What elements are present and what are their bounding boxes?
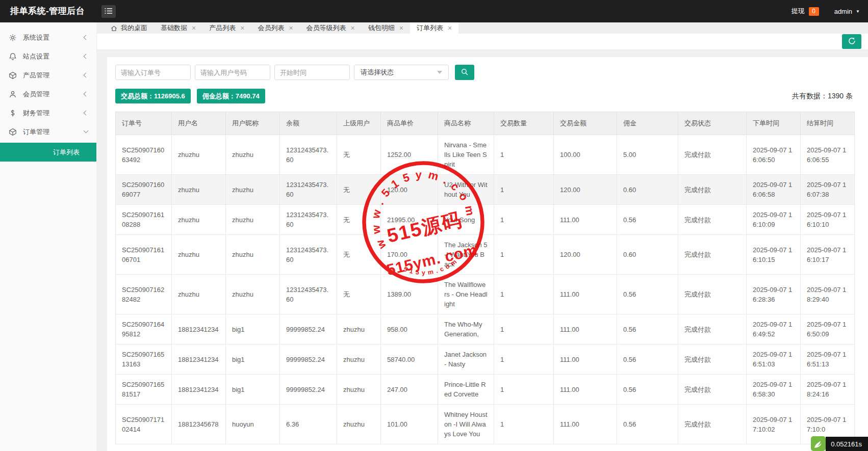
user-no-input[interactable] [195,65,270,80]
table-cell: zhuzhu [172,175,226,205]
sidebar-item-cube-2[interactable]: 产品管理 [0,66,96,85]
debug-trace-widget: 0.052161s [811,436,868,451]
table-cell: 无 [337,135,381,175]
table-cell: 完成付款 [678,175,747,205]
table-cell: 12312435473.60 [280,135,337,175]
table-cell: SC25090717102414 [116,405,172,444]
table-cell: 58740.00 [381,344,438,375]
chevron-left-icon [84,73,89,78]
column-header: 上级用户 [337,112,381,135]
column-header: 商品单价 [381,112,438,135]
filter-row: 请选择状态 [115,65,860,80]
close-icon[interactable]: × [192,24,196,32]
sidebar-item-cube-5[interactable]: 订单管理 [0,122,96,141]
table-cell: 18812341234 [172,344,226,375]
status-select[interactable]: 请选择状态 [354,65,449,80]
thinkphp-logo-icon[interactable] [811,436,826,451]
tab-6[interactable]: 订单列表× [410,22,458,34]
sidebar-item-bell-1[interactable]: 站点设置 [0,47,96,66]
table-cell: zhuzhu [226,235,280,275]
tab-0[interactable]: 我的桌面 [104,22,154,34]
table-cell: SC25090716063492 [116,135,172,175]
sidebar-subitem-order-list[interactable]: 订单列表 [0,143,96,162]
table-cell: zhuzhu [226,205,280,235]
close-icon[interactable]: × [351,24,355,32]
table-cell: 无 [337,235,381,275]
gear-icon [9,34,17,42]
start-time-input[interactable] [274,65,350,80]
sidebar-item-gear-0[interactable]: 系统设置 [0,28,96,47]
column-header: 余额 [280,112,337,135]
table-cell: 2025-09-07 16:06:55 [801,135,855,175]
close-icon[interactable]: × [448,24,452,32]
chevron-down-icon [84,128,89,134]
table-cell: 1389.00 [381,275,438,314]
table-cell: 完成付款 [678,375,747,405]
tab-3[interactable]: 会员列表× [251,22,299,34]
tab-1[interactable]: 基础数据× [154,22,202,34]
table-cell: SC25090716581517 [116,375,172,405]
status-select-placeholder: 请选择状态 [361,68,394,77]
table-cell: 111.00 [554,405,617,444]
sidebar-item-label: 财务管理 [23,109,84,118]
close-icon[interactable]: × [399,24,403,32]
table-cell: 2025-09-07 16:51:13 [801,344,855,375]
tab-2[interactable]: 产品列表× [202,22,251,34]
table-cell: SC25090716106701 [116,235,172,275]
table-cell: 0.56 [617,205,678,235]
table-cell: Nirvana - Smells Like Teen Spirit [438,135,494,175]
table-cell: 0.56 [617,405,678,444]
table-cell: 1 [494,205,554,235]
table-cell: 2025-09-07 18:24:16 [801,375,855,405]
refresh-button[interactable] [842,34,861,49]
hamburger-icon [105,8,113,16]
table-cell: 120.00 [554,235,617,275]
toolbar [97,34,868,50]
table-cell: 1 [494,405,554,444]
order-no-input[interactable] [115,65,191,80]
table-cell: 12312435473.60 [280,275,337,314]
table-cell: 1 [494,135,554,175]
table-cell: 2025-09-07 16:50:09 [801,314,855,344]
column-header: 下单时间 [747,112,801,135]
table-cell: 247.00 [381,375,438,405]
user-menu[interactable]: admin ▼ [834,8,860,15]
search-button[interactable] [455,65,474,80]
table-row: SC2509071651316318812341234big199999852.… [116,344,855,375]
table-cell: 12312435473.60 [280,235,337,275]
record-count: 共有数据：1390 条 [792,92,860,101]
table-cell: 1 [494,235,554,275]
tab-4[interactable]: 会员等级列表× [300,22,362,34]
table-cell: 120.00 [381,175,438,205]
close-icon[interactable]: × [240,24,244,32]
tab-5[interactable]: 钱包明细× [362,22,410,34]
sidebar-item-dollar-4[interactable]: 财务管理 [0,103,96,122]
table-cell: 2025-09-07 16:10:17 [801,235,855,275]
table-cell: 1 [494,344,554,375]
table-cell: 0.56 [617,344,678,375]
table-cell: zhuzhu [226,275,280,314]
column-header: 订单号 [116,112,172,135]
table-cell: 12312435473.60 [280,175,337,205]
table-cell: zhuzhu [172,235,226,275]
column-header: 结算时间 [801,112,855,135]
table-cell: 1 [494,275,554,314]
table-cell: Prince-Little Red Corvette [438,375,494,405]
bell-icon [9,52,17,61]
exec-time-label: 0.052161s [826,437,868,451]
sidebar-toggle-button[interactable] [101,5,116,18]
chevron-left-icon [84,111,89,116]
close-icon[interactable]: × [289,24,293,32]
table-cell: The Who-My Generation, [438,314,494,344]
table-cell: huoyun [226,405,280,444]
chevron-left-icon [84,35,89,40]
withdraw-menu[interactable]: 提现 0 [792,7,819,16]
tab-label: 订单列表 [417,23,443,33]
table-cell: 2025-09-07 16:58:30 [747,375,801,405]
sidebar-item-user-3[interactable]: 会员管理 [0,85,96,103]
table-cell: The Wallflowers - One Headlight [438,275,494,314]
withdraw-label: 提现 [792,7,805,16]
table-cell: 18812345678 [172,405,226,444]
table-cell: zhuzhu [172,205,226,235]
column-header: 用户昵称 [226,112,280,135]
